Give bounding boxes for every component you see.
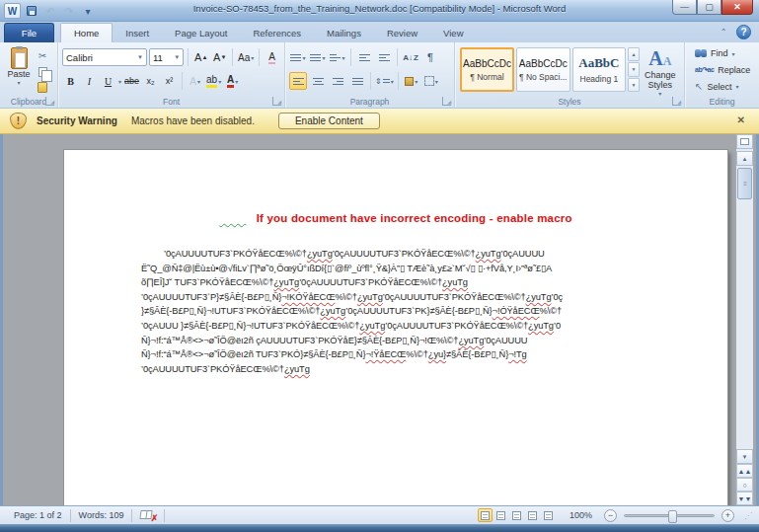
draft-view-button[interactable]	[541, 508, 556, 522]
align-left-button[interactable]	[289, 72, 307, 90]
vertical-scrollbar[interactable]: ▲ ≡ ▼ ▲▲ ○ ▼▼	[736, 134, 753, 505]
clear-formatting-button[interactable]: A	[264, 48, 280, 66]
font-color-button[interactable]: A▾	[224, 72, 241, 90]
tab-page-layout[interactable]: Page Layout	[162, 23, 240, 42]
select-button[interactable]: ↖ Select▾	[689, 79, 755, 94]
replace-button[interactable]: ab↷ac Replace	[689, 63, 755, 78]
change-case-button[interactable]: Aa▾	[237, 48, 255, 66]
window-title: Invoice-SO-78453_from_the_Training_Netwo…	[0, 3, 759, 14]
format-painter-button[interactable]	[34, 81, 51, 94]
sort-button[interactable]: A↓Z	[402, 48, 419, 66]
numbering-button[interactable]: ▾	[309, 48, 327, 66]
align-center-button[interactable]	[309, 72, 327, 90]
print-layout-view-button[interactable]	[478, 508, 493, 522]
tab-mailings[interactable]: Mailings	[314, 23, 374, 42]
next-page-button[interactable]: ▼▼	[736, 492, 753, 505]
tab-file[interactable]: File	[4, 23, 54, 42]
status-bar-right: 100% − + ⋰	[478, 508, 753, 522]
paste-dropdown-arrow[interactable]: ▾	[17, 79, 20, 86]
tab-view[interactable]: View	[430, 23, 476, 42]
full-screen-reading-view-button[interactable]	[493, 508, 508, 522]
font-family-combobox[interactable]: Calibri▼	[62, 48, 147, 66]
styles-gallery-expand[interactable]: ▼	[628, 78, 639, 92]
paragraph-dialog-launcher[interactable]	[442, 97, 451, 106]
change-styles-button[interactable]: AA Change Styles ▾	[641, 45, 680, 94]
minimize-button[interactable]: —	[672, 0, 697, 15]
underline-dropdown[interactable]: ▾	[118, 78, 121, 85]
bullets-button[interactable]: ▾	[289, 48, 307, 66]
superscript-button[interactable]: x²	[161, 72, 178, 90]
scroll-down-button[interactable]: ▼	[736, 449, 753, 464]
ruler-toggle-button[interactable]	[736, 134, 753, 149]
subscript-button[interactable]: x₂	[142, 72, 159, 90]
word-count[interactable]: Words: 109	[71, 510, 132, 520]
justify-button[interactable]	[348, 72, 366, 90]
scrollbar-thumb[interactable]: ≡	[737, 168, 752, 199]
browse-object-button[interactable]: ○	[736, 478, 753, 492]
tab-references[interactable]: References	[240, 23, 314, 42]
tab-home[interactable]: Home	[60, 23, 113, 42]
help-icon[interactable]: ?	[736, 25, 751, 39]
document-page[interactable]: If you document have incorrect encoding …	[64, 150, 727, 505]
tab-review[interactable]: Review	[374, 23, 430, 42]
proofing-status-icon[interactable]: ✗	[140, 509, 156, 521]
zoom-out-button[interactable]: −	[604, 509, 617, 522]
styles-dialog-launcher[interactable]	[672, 97, 681, 106]
style-no-spacing[interactable]: AaBbCcDc ¶ No Spaci...	[516, 47, 570, 92]
font-size-combobox[interactable]: 11▼	[149, 48, 184, 66]
grow-font-button[interactable]: A▲	[192, 48, 209, 66]
zoom-slider[interactable]	[624, 514, 715, 517]
zoom-in-button[interactable]: +	[721, 509, 734, 522]
scroll-up-button[interactable]: ▲	[736, 151, 753, 166]
cut-button[interactable]: ✂	[34, 49, 51, 62]
enable-content-button[interactable]: Enable Content	[278, 113, 380, 129]
editing-group-label: Editing	[685, 97, 759, 107]
increase-indent-button[interactable]	[375, 48, 393, 66]
security-bar-close-icon[interactable]: ✕	[737, 114, 745, 125]
web-layout-icon	[512, 511, 521, 520]
close-button[interactable]: ✕	[721, 0, 753, 15]
underline-button[interactable]: U	[100, 72, 116, 90]
shrink-font-button[interactable]: A▼	[211, 48, 228, 66]
shading-button[interactable]: ▾	[403, 72, 420, 90]
tab-insert[interactable]: Insert	[113, 23, 162, 42]
security-shield-icon: !	[10, 113, 27, 129]
paste-button[interactable]: Paste ▾	[4, 45, 34, 94]
status-bar: Page: 1 of 2 Words: 109 ✗ 100% − + ⋰	[0, 505, 759, 524]
font-dialog-launcher[interactable]	[272, 97, 281, 106]
strikethrough-button[interactable]: abe	[123, 72, 140, 90]
find-button[interactable]: Find▾	[689, 46, 755, 61]
minimize-ribbon-icon[interactable]: ⌃	[717, 28, 730, 37]
show-formatting-button[interactable]: ¶	[421, 48, 439, 66]
style-name: ¶ Normal	[470, 72, 503, 82]
italic-button[interactable]: I	[81, 72, 98, 90]
bold-button[interactable]: B	[62, 72, 79, 90]
copy-button[interactable]	[34, 65, 51, 78]
outline-view-button[interactable]	[525, 508, 540, 522]
borders-button[interactable]: ▾	[422, 72, 440, 90]
styles-scroll-down[interactable]: ▼	[628, 62, 639, 76]
style-normal[interactable]: AaBbCcDc ¶ Normal	[460, 47, 514, 92]
previous-page-button[interactable]: ▲▲	[736, 464, 753, 478]
zoom-slider-thumb[interactable]	[668, 510, 677, 523]
style-preview: AaBbC	[578, 55, 619, 71]
decrease-indent-button[interactable]	[355, 48, 373, 66]
highlight-color-button[interactable]: ab▾	[205, 72, 222, 90]
align-center-icon	[313, 76, 324, 87]
page-indicator[interactable]: Page: 1 of 2	[6, 510, 70, 520]
maximize-button[interactable]: ▢	[697, 0, 721, 15]
align-right-button[interactable]	[329, 72, 346, 90]
text-effects-button[interactable]: A▾	[187, 72, 203, 90]
styles-scroll-up[interactable]: ▲	[628, 47, 639, 61]
web-layout-view-button[interactable]	[509, 508, 524, 522]
document-line: ’0çAUUUUTUF3`PKÓŸåECŒ%\©†¿yuTg	[141, 362, 673, 377]
style-heading-1[interactable]: AaBbC Heading 1	[572, 47, 627, 92]
ribbon: Paste ▾ ✂ Clipboard Calibri▼ 11▼ A▲	[0, 42, 759, 109]
line-spacing-button[interactable]: ⇕▾	[375, 72, 394, 90]
zoom-level[interactable]: 100%	[569, 510, 592, 520]
document-line: ’0çAUUUUTUF3`PKÓŸåECŒ%\©†¿yuTg’0çAUUUUTU…	[164, 247, 673, 262]
multilevel-list-button[interactable]: ▾	[329, 48, 346, 66]
clipboard-dialog-launcher[interactable]	[45, 97, 54, 106]
increase-indent-icon	[379, 52, 390, 63]
resize-grip[interactable]: ⋰	[744, 511, 753, 520]
